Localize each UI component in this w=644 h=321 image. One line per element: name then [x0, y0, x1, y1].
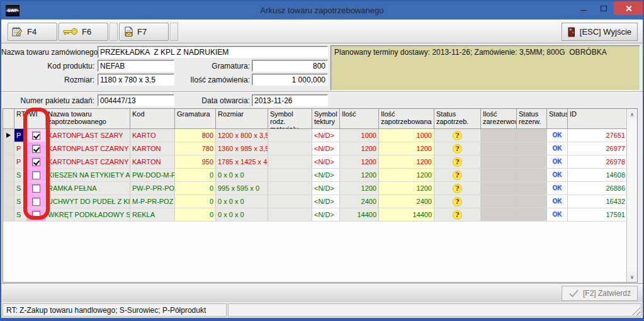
cell-ilosc[interactable]: 1200 [340, 169, 379, 181]
data-otwarcia-field[interactable]: 2013-11-26 [252, 94, 328, 106]
cell-rt[interactable]: S [14, 169, 27, 181]
cell-status_rezerw[interactable] [517, 142, 547, 155]
cell-ilosc_zapotrzebowana[interactable]: 14400 [379, 208, 434, 221]
cell-name[interactable]: KARTONPLAST CZARNY [46, 142, 130, 155]
cell-ilosc[interactable]: 1200 [340, 142, 379, 155]
cell-rt[interactable]: P [14, 155, 27, 168]
cell-kod[interactable]: PW-P-PR-PO [130, 182, 175, 194]
cell-ilosc[interactable]: 1000 [340, 129, 379, 142]
cell-status_zapotrzeb[interactable]: ? [434, 182, 481, 194]
cell-name[interactable]: RAMKA PEŁNA [46, 182, 130, 194]
cell-gramatura[interactable]: 800 [175, 129, 216, 142]
gramatura-field[interactable]: 800 [252, 60, 328, 72]
cell-name[interactable]: WKRĘT PODKŁADOWY SA [46, 208, 130, 221]
cell-ilosc[interactable]: 14400 [340, 208, 379, 221]
wi-checkbox[interactable] [32, 211, 40, 219]
cell-ilosc_zapotrzebowana[interactable]: 1200 [379, 142, 434, 155]
cell-status_rezerw[interactable] [517, 208, 547, 221]
cell-symbol_rodz[interactable] [268, 142, 312, 155]
wi-checkbox[interactable] [32, 184, 40, 193]
cell-status_rezerw[interactable] [517, 182, 547, 194]
cell-ilosc_zarezerwowana[interactable] [481, 208, 517, 221]
cell-symbol_tektury[interactable]: <N/D> [312, 208, 340, 221]
cell-gramatura[interactable]: 950 [175, 155, 216, 168]
cell-id[interactable]: 26977 [568, 142, 628, 155]
table-row[interactable]: SRAMKA PEŁNAPW-P-PR-PO0995 x 595 x 0<N/D… [3, 182, 637, 195]
cell-status_zapotrzeb[interactable]: ? [434, 169, 481, 181]
resize-grip[interactable] [632, 307, 640, 315]
numer-pakietu-field[interactable]: 004447/13 [98, 94, 174, 106]
cell-status[interactable]: OK [547, 155, 568, 168]
cell-wi[interactable] [27, 129, 46, 142]
cell-ilosc_zapotrzebowana[interactable]: 1200 [379, 169, 434, 181]
wi-checkbox[interactable] [32, 145, 40, 153]
cell-status_zapotrzeb[interactable]: ? [434, 129, 481, 142]
cell-wi[interactable] [27, 195, 46, 208]
nazwa-towaru-field[interactable]: PRZEKŁADKA Z KPL Z NADRUKIEM [98, 46, 328, 58]
cell-rozmiar[interactable]: 995 x 595 x 0 [216, 182, 268, 194]
wi-checkbox[interactable] [32, 132, 40, 140]
cell-kod[interactable]: KARTON [130, 155, 175, 168]
cell-rt[interactable]: P [14, 142, 27, 155]
close-button[interactable] [614, 1, 643, 15]
cell-gramatura[interactable]: 0 [175, 208, 216, 221]
cell-gramatura[interactable]: 0 [175, 195, 216, 208]
cell-ilosc_zarezerwowana[interactable] [481, 155, 517, 168]
cell-kod[interactable]: KARTO [130, 129, 175, 142]
cell-status_rezerw[interactable] [517, 169, 547, 181]
table-row[interactable]: SWKRĘT PODKŁADOWY SAREKLA00 x 0 x 0<N/D>… [3, 208, 637, 222]
cell-symbol_rodz[interactable] [268, 129, 312, 142]
maximize-button[interactable] [594, 1, 614, 15]
f7-button[interactable]: F7 [119, 23, 169, 41]
cell-kod[interactable]: PW-DOD-M-F [130, 169, 175, 181]
cell-status[interactable]: OK [547, 169, 568, 181]
cell-wi[interactable] [27, 142, 46, 155]
cell-ilosc_zapotrzebowana[interactable]: 1200 [379, 182, 434, 194]
cell-rt[interactable]: S [14, 195, 27, 208]
cell-status_rezerw[interactable] [517, 195, 547, 208]
cell-ilosc[interactable]: 2400 [340, 195, 379, 208]
cell-symbol_tektury[interactable]: <N/D> [312, 169, 340, 181]
cell-status[interactable]: OK [547, 208, 568, 221]
cell-ilosc[interactable]: 1200 [340, 155, 379, 168]
cell-kod[interactable]: KARTON [130, 142, 175, 155]
cell-name[interactable]: UCHWYT DO PUDEŁ Z KL [46, 195, 130, 208]
cell-id[interactable]: 26886 [568, 182, 628, 194]
cell-wi[interactable] [27, 169, 46, 181]
cell-wi[interactable] [27, 208, 46, 221]
minimize-button[interactable] [573, 1, 594, 15]
table-row[interactable]: PKARTONPLAST CZARNYKARTON9501785 x 1425 … [3, 155, 637, 169]
cell-name[interactable]: KARTONPLAST SZARY [46, 129, 130, 142]
cell-symbol_rodz[interactable] [268, 169, 312, 181]
cell-id[interactable]: 17591 [568, 208, 628, 221]
cell-ilosc_zarezerwowana[interactable] [481, 195, 517, 208]
cell-status[interactable]: OK [547, 142, 568, 155]
cell-status_zapotrzeb[interactable]: ? [434, 142, 481, 155]
cell-symbol_rodz[interactable] [268, 182, 312, 194]
cell-id[interactable]: 16432 [568, 195, 628, 208]
cell-id[interactable]: 14608 [568, 169, 628, 181]
table-row[interactable]: PKARTONPLAST SZARYKARTO8001200 x 800 x 3… [3, 129, 637, 142]
cell-kod[interactable]: REKLA [130, 208, 175, 221]
cell-status_zapotrzeb[interactable]: ? [434, 195, 481, 208]
wi-checkbox[interactable] [32, 158, 40, 166]
cell-name[interactable]: KARTONPLAST CZARNY [46, 155, 130, 168]
esc-exit-button[interactable]: [ESC] Wyjście [562, 23, 638, 41]
cell-symbol_rodz[interactable] [268, 208, 312, 221]
cell-ilosc_zarezerwowana[interactable] [481, 182, 517, 194]
cell-symbol_tektury[interactable]: <N/D> [312, 142, 340, 155]
cell-status[interactable]: OK [547, 129, 568, 142]
cell-symbol_tektury[interactable]: <N/D> [312, 182, 340, 194]
cell-wi[interactable] [27, 182, 46, 194]
cell-ilosc_zarezerwowana[interactable] [481, 169, 517, 181]
cell-rozmiar[interactable]: 1785 x 1425 x 4,5 [216, 155, 268, 168]
table-row[interactable]: SKIESZEŃ NA ETYKIETY A5PW-DOD-M-F00 x 0 … [3, 169, 637, 182]
cell-rt[interactable]: P [14, 129, 27, 142]
cell-rt[interactable]: S [14, 182, 27, 194]
cell-wi[interactable] [27, 155, 46, 168]
cell-status_rezerw[interactable] [517, 129, 547, 142]
cell-gramatura[interactable]: 0 [175, 182, 216, 194]
cell-ilosc_zapotrzebowana[interactable]: 1000 [379, 129, 434, 142]
cell-id[interactable]: 27651 [568, 129, 628, 142]
cell-symbol_tektury[interactable]: <N/D> [312, 129, 340, 142]
